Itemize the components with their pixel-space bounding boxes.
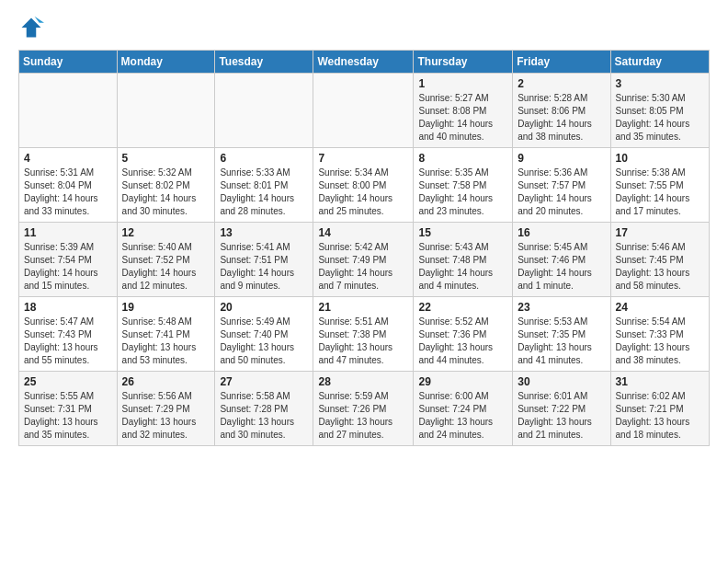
day-info: Sunrise: 5:53 AM Sunset: 7:35 PM Dayligh… [518,316,605,367]
day-number: 10 [616,152,704,165]
cell-2-2: 5Sunrise: 5:32 AM Sunset: 8:02 PM Daylig… [117,148,215,223]
day-number: 26 [122,375,210,388]
calendar-body: 1Sunrise: 5:27 AM Sunset: 8:08 PM Daylig… [19,74,710,446]
week-row-5: 25Sunrise: 5:55 AM Sunset: 7:31 PM Dayli… [19,372,710,446]
day-number: 23 [518,301,605,314]
cell-4-6: 23Sunrise: 5:53 AM Sunset: 7:35 PM Dayli… [513,297,610,372]
day-number: 13 [220,226,308,239]
week-row-4: 18Sunrise: 5:47 AM Sunset: 7:43 PM Dayli… [19,297,710,372]
day-number: 19 [122,301,210,314]
day-number: 2 [518,77,605,90]
day-number: 8 [418,152,507,165]
day-info: Sunrise: 5:28 AM Sunset: 8:06 PM Dayligh… [518,92,605,144]
day-number: 7 [318,152,408,165]
day-number: 24 [616,301,704,314]
day-info: Sunrise: 5:27 AM Sunset: 8:08 PM Dayligh… [418,92,507,144]
cell-2-4: 7Sunrise: 5:34 AM Sunset: 8:00 PM Daylig… [313,148,414,223]
cell-4-3: 20Sunrise: 5:49 AM Sunset: 7:40 PM Dayli… [215,297,313,372]
day-number: 3 [616,77,704,90]
day-number: 15 [418,226,507,239]
day-info: Sunrise: 5:42 AM Sunset: 7:49 PM Dayligh… [318,241,408,293]
day-info: Sunrise: 5:52 AM Sunset: 7:36 PM Dayligh… [418,316,507,367]
cell-3-7: 17Sunrise: 5:46 AM Sunset: 7:45 PM Dayli… [610,223,709,297]
day-info: Sunrise: 6:01 AM Sunset: 7:22 PM Dayligh… [518,390,605,442]
cell-1-6: 2Sunrise: 5:28 AM Sunset: 8:06 PM Daylig… [513,74,610,148]
cell-4-4: 21Sunrise: 5:51 AM Sunset: 7:38 PM Dayli… [313,297,414,372]
cell-5-3: 27Sunrise: 5:58 AM Sunset: 7:28 PM Dayli… [215,372,313,446]
cell-5-4: 28Sunrise: 5:59 AM Sunset: 7:26 PM Dayli… [313,372,414,446]
header-friday: Friday [513,51,610,74]
day-info: Sunrise: 5:38 AM Sunset: 7:55 PM Dayligh… [616,167,704,218]
day-number: 27 [220,375,308,388]
day-number: 25 [24,375,112,388]
week-row-1: 1Sunrise: 5:27 AM Sunset: 8:08 PM Daylig… [19,74,710,148]
cell-3-6: 16Sunrise: 5:45 AM Sunset: 7:46 PM Dayli… [513,223,610,297]
cell-3-3: 13Sunrise: 5:41 AM Sunset: 7:51 PM Dayli… [215,223,313,297]
day-info: Sunrise: 5:47 AM Sunset: 7:43 PM Dayligh… [24,316,112,367]
cell-4-1: 18Sunrise: 5:47 AM Sunset: 7:43 PM Dayli… [19,297,118,372]
day-info: Sunrise: 5:34 AM Sunset: 8:00 PM Dayligh… [318,167,408,218]
day-info: Sunrise: 6:00 AM Sunset: 7:24 PM Dayligh… [418,390,507,442]
day-info: Sunrise: 5:54 AM Sunset: 7:33 PM Dayligh… [616,316,704,367]
header-tuesday: Tuesday [215,51,313,74]
day-number: 22 [418,301,507,314]
day-info: Sunrise: 5:31 AM Sunset: 8:04 PM Dayligh… [24,167,112,218]
cell-1-7: 3Sunrise: 5:30 AM Sunset: 8:05 PM Daylig… [610,74,709,148]
cell-1-1 [19,74,118,148]
day-number: 16 [518,226,605,239]
header-sunday: Sunday [19,51,118,74]
cell-2-7: 10Sunrise: 5:38 AM Sunset: 7:55 PM Dayli… [610,148,709,223]
header [18,15,710,40]
cell-2-5: 8Sunrise: 5:35 AM Sunset: 7:58 PM Daylig… [414,148,513,223]
logo-icon [18,15,44,40]
day-number: 28 [318,375,408,388]
day-number: 29 [418,375,507,388]
day-info: Sunrise: 5:30 AM Sunset: 8:05 PM Dayligh… [616,92,704,144]
cell-5-7: 31Sunrise: 6:02 AM Sunset: 7:21 PM Dayli… [610,372,709,446]
day-info: Sunrise: 5:55 AM Sunset: 7:31 PM Dayligh… [24,390,112,442]
cell-2-1: 4Sunrise: 5:31 AM Sunset: 8:04 PM Daylig… [19,148,118,223]
cell-3-4: 14Sunrise: 5:42 AM Sunset: 7:49 PM Dayli… [313,223,414,297]
logo [18,15,48,40]
day-info: Sunrise: 5:40 AM Sunset: 7:52 PM Dayligh… [122,241,210,293]
calendar-table: Sunday Monday Tuesday Wednesday Thursday… [18,50,710,446]
day-number: 9 [518,152,605,165]
cell-1-5: 1Sunrise: 5:27 AM Sunset: 8:08 PM Daylig… [414,74,513,148]
cell-5-1: 25Sunrise: 5:55 AM Sunset: 7:31 PM Dayli… [19,372,118,446]
day-number: 5 [122,152,210,165]
day-info: Sunrise: 5:51 AM Sunset: 7:38 PM Dayligh… [318,316,408,367]
page: Sunday Monday Tuesday Wednesday Thursday… [0,0,728,563]
cell-5-5: 29Sunrise: 6:00 AM Sunset: 7:24 PM Dayli… [414,372,513,446]
cell-1-4 [313,74,414,148]
header-monday: Monday [117,51,215,74]
cell-4-7: 24Sunrise: 5:54 AM Sunset: 7:33 PM Dayli… [610,297,709,372]
calendar-header: Sunday Monday Tuesday Wednesday Thursday… [19,51,710,74]
day-number: 6 [220,152,308,165]
cell-2-3: 6Sunrise: 5:33 AM Sunset: 8:01 PM Daylig… [215,148,313,223]
week-row-2: 4Sunrise: 5:31 AM Sunset: 8:04 PM Daylig… [19,148,710,223]
day-number: 1 [418,77,507,90]
day-info: Sunrise: 5:41 AM Sunset: 7:51 PM Dayligh… [220,241,308,293]
day-info: Sunrise: 5:39 AM Sunset: 7:54 PM Dayligh… [24,241,112,293]
day-info: Sunrise: 5:33 AM Sunset: 8:01 PM Dayligh… [220,167,308,218]
cell-1-2 [117,74,215,148]
cell-3-5: 15Sunrise: 5:43 AM Sunset: 7:48 PM Dayli… [414,223,513,297]
day-info: Sunrise: 6:02 AM Sunset: 7:21 PM Dayligh… [616,390,704,442]
day-number: 17 [616,226,704,239]
header-saturday: Saturday [610,51,709,74]
cell-1-3 [215,74,313,148]
weekday-row: Sunday Monday Tuesday Wednesday Thursday… [19,51,710,74]
day-number: 12 [122,226,210,239]
day-number: 21 [318,301,408,314]
day-info: Sunrise: 5:32 AM Sunset: 8:02 PM Dayligh… [122,167,210,218]
cell-5-2: 26Sunrise: 5:56 AM Sunset: 7:29 PM Dayli… [117,372,215,446]
day-number: 4 [24,152,112,165]
day-number: 20 [220,301,308,314]
day-number: 31 [616,375,704,388]
day-info: Sunrise: 5:35 AM Sunset: 7:58 PM Dayligh… [418,167,507,218]
cell-4-2: 19Sunrise: 5:48 AM Sunset: 7:41 PM Dayli… [117,297,215,372]
header-thursday: Thursday [414,51,513,74]
day-info: Sunrise: 5:58 AM Sunset: 7:28 PM Dayligh… [220,390,308,442]
svg-marker-1 [35,17,45,23]
cell-2-6: 9Sunrise: 5:36 AM Sunset: 7:57 PM Daylig… [513,148,610,223]
